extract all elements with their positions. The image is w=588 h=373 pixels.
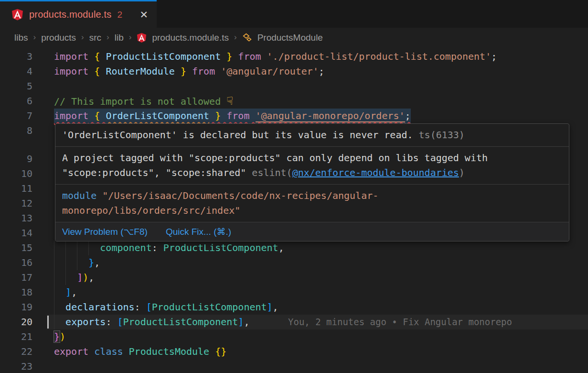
code-token: ): [83, 272, 88, 283]
code-line-22[interactable]: 22export class ProductsModule {}: [0, 344, 588, 359]
text-cursor: [47, 316, 49, 329]
code-line-16[interactable]: 16 },: [0, 255, 588, 270]
code-token: [175, 66, 181, 77]
line-number: 8: [0, 123, 32, 138]
line-code-text: ],: [54, 285, 77, 300]
line-number: 23: [0, 359, 32, 373]
tab-bar: products.module.ts 2 ✕: [0, 0, 588, 28]
line-code-text: import { RouterModule } from '@angular/r…: [54, 64, 324, 79]
code-token: from: [226, 110, 249, 121]
code-token: [261, 51, 267, 62]
code-token: {: [94, 66, 100, 77]
code-token: OrderListComponent: [106, 110, 209, 121]
code-token: [88, 110, 94, 121]
code-token: from: [238, 51, 261, 62]
eslint-message-line1: A project tagged with "scope:products" c…: [62, 151, 562, 165]
code-line-4[interactable]: 4import { RouterModule } from '@angular/…: [0, 64, 588, 79]
code-token: ;: [405, 110, 411, 121]
code-token: [88, 346, 94, 357]
code-token: ProductListComponent: [123, 316, 238, 328]
line-number: 16: [0, 255, 32, 270]
code-token: [100, 110, 106, 121]
code-token: ☟: [226, 95, 233, 107]
code-line-19[interactable]: 19 declarations: [ProductListComponent],: [0, 300, 588, 315]
error-hover-popup: 'OrderListComponent' is declared but its…: [55, 123, 569, 241]
class-symbol-icon: [242, 33, 252, 43]
hover-action-bar: View Problem (⌥F8) Quick Fix... (⌘.): [55, 222, 569, 241]
breadcrumb-item-symbol[interactable]: ProductsModule: [257, 33, 323, 43]
code-token: [209, 346, 215, 357]
code-token: [88, 51, 94, 62]
line-number: 7: [0, 109, 32, 123]
line-number: 18: [0, 285, 32, 300]
chevron-right-icon: ›: [129, 33, 132, 42]
code-line-18[interactable]: 18 ],: [0, 285, 588, 300]
code-token: [232, 51, 238, 62]
line-number: 12: [0, 196, 32, 211]
code-token: ProductListComponent: [106, 51, 221, 62]
code-token: [54, 242, 100, 253]
breadcrumb-item-lib[interactable]: lib: [115, 33, 124, 43]
code-token: [209, 110, 215, 121]
hover-eslint-diagnostic: A project tagged with "scope:products" c…: [55, 147, 569, 185]
line-number: 3: [0, 49, 32, 64]
code-token: ,: [88, 272, 94, 283]
code-token: ,: [273, 301, 278, 313]
code-line-6[interactable]: 6// This import is not allowed ☟: [0, 94, 588, 109]
git-blame-annotation: You, 2 minutes ago • Fix Angular monorep…: [288, 315, 512, 329]
line-code-text: exports: [ProductListComponent],: [54, 315, 249, 329]
code-token: [: [146, 301, 152, 313]
breadcrumb-item-products[interactable]: products: [41, 33, 76, 43]
code-token: RouterModule: [106, 66, 175, 77]
code-token: }: [54, 331, 60, 342]
quick-fix-action[interactable]: Quick Fix... (⌘.): [166, 224, 231, 239]
tab-products-module[interactable]: products.module.ts 2 ✕: [0, 0, 157, 28]
code-token: }: [226, 51, 232, 62]
code-token: [54, 286, 65, 298]
code-token: export: [54, 346, 88, 357]
code-token: :: [135, 301, 146, 313]
code-token: ,: [244, 316, 249, 328]
code-token: [221, 110, 226, 121]
code-token: [186, 66, 192, 77]
code-token: from: [192, 66, 215, 77]
angular-icon: [11, 8, 23, 21]
code-line-20[interactable]: 20 exports: [ProductListComponent],You, …: [0, 315, 588, 329]
code-token: [100, 66, 106, 77]
code-token: [: [117, 316, 123, 328]
code-token: import: [54, 66, 88, 77]
eslint-rule-link[interactable]: @nx/enforce-module-boundaries: [292, 167, 459, 178]
code-token: [249, 110, 255, 121]
code-line-7[interactable]: 7import { OrderListComponent } from '@an…: [0, 109, 588, 123]
code-line-17[interactable]: 17 ]),: [0, 270, 588, 285]
view-problem-action[interactable]: View Problem (⌥F8): [62, 224, 148, 239]
breadcrumb-item-libs[interactable]: libs: [14, 33, 28, 43]
code-line-21[interactable]: 21}): [0, 329, 588, 344]
code-token: }: [215, 110, 221, 121]
code-token: // This import is not allowed: [54, 96, 226, 107]
code-token: {: [94, 51, 100, 62]
chevron-right-icon: ›: [33, 33, 36, 42]
module-path-line2: monorepo/libs/orders/src/index": [62, 203, 562, 218]
breadcrumb-item-src[interactable]: src: [89, 33, 101, 43]
breadcrumb: libs › products › src › lib › products.m…: [0, 28, 588, 48]
code-line-15[interactable]: 15 component: ProductListComponent,: [0, 241, 588, 255]
line-code-text: declarations: [ProductListComponent],: [54, 300, 278, 315]
line-code-text: ]),: [54, 270, 94, 285]
line-number: 4: [0, 64, 32, 79]
code-token: [54, 272, 77, 283]
hover-module-info: module "/Users/isaac/Documents/code/nx-r…: [55, 185, 569, 222]
code-token: ]: [267, 301, 273, 313]
close-icon[interactable]: ✕: [139, 10, 148, 20]
code-token: [221, 51, 226, 62]
line-code-text: component: ProductListComponent,: [54, 241, 284, 255]
code-line-5[interactable]: 5: [0, 79, 588, 94]
line-number: 21: [0, 329, 32, 344]
code-token: import: [54, 51, 88, 62]
code-line-23[interactable]: 23: [0, 359, 588, 373]
line-number: 9: [0, 152, 32, 166]
code-line-3[interactable]: 3import { ProductListComponent } from '.…: [0, 49, 588, 64]
code-token: ,: [278, 242, 284, 253]
breadcrumb-item-file[interactable]: products.module.ts: [152, 33, 229, 43]
line-code-text: }): [54, 329, 65, 344]
